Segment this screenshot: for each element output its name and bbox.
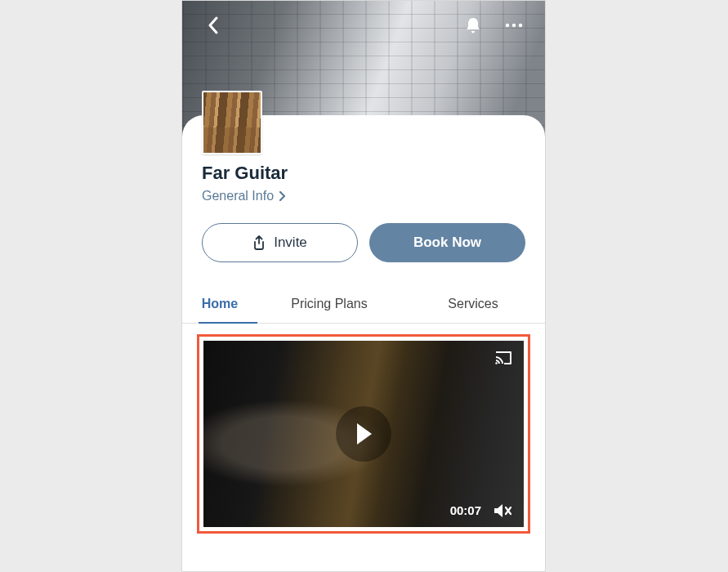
action-row: Invite Book Now: [182, 203, 545, 262]
chevron-left-icon: [207, 16, 220, 35]
back-button[interactable]: [200, 12, 226, 38]
bell-icon: [465, 16, 481, 34]
tab-bar: Home Pricing Plans Services: [182, 287, 545, 324]
mute-button[interactable]: [493, 503, 512, 519]
invite-label: Invite: [274, 235, 307, 251]
book-now-button[interactable]: Book Now: [369, 223, 525, 262]
general-info-label: General Info: [202, 189, 274, 203]
tab-services-label: Services: [448, 297, 498, 311]
play-icon: [352, 422, 375, 446]
svg-point-1: [512, 24, 516, 27]
tab-services[interactable]: Services: [401, 287, 545, 323]
profile-card: Far Guitar General Info Invite Book Now …: [182, 115, 545, 547]
mobile-screen: Far Guitar General Info Invite Book Now …: [181, 0, 546, 572]
share-icon: [252, 235, 266, 250]
cast-icon: [494, 351, 512, 365]
svg-point-3: [495, 362, 497, 364]
general-info-link[interactable]: General Info: [182, 184, 545, 203]
tab-home[interactable]: Home: [182, 287, 257, 323]
more-horizontal-icon: [504, 22, 524, 29]
tab-home-label: Home: [202, 297, 238, 311]
video-player[interactable]: 00:07: [203, 341, 524, 527]
invite-button[interactable]: Invite: [202, 223, 358, 262]
notifications-button[interactable]: [460, 12, 486, 38]
video-time: 00:07: [450, 503, 481, 517]
book-label: Book Now: [413, 235, 481, 251]
page-title: Far Guitar: [182, 163, 545, 184]
cover-toolbar: [182, 12, 545, 38]
play-button[interactable]: [336, 406, 391, 462]
tab-pricing-plans[interactable]: Pricing Plans: [257, 287, 401, 323]
svg-point-0: [506, 24, 509, 27]
more-button[interactable]: [501, 12, 527, 38]
svg-point-2: [519, 24, 522, 27]
video-highlight-frame: 00:07: [197, 334, 530, 534]
chevron-right-icon: [279, 190, 286, 202]
avatar[interactable]: [202, 91, 262, 154]
volume-mute-icon: [493, 503, 512, 519]
tab-pricing-label: Pricing Plans: [291, 297, 367, 311]
cast-button[interactable]: [494, 351, 512, 365]
